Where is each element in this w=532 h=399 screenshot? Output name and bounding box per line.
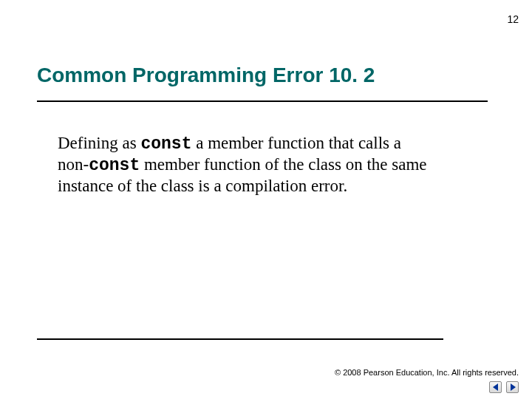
copyright-text: © 2008 Pearson Education, Inc. All right… [335,368,519,377]
const-keyword-1: const [140,134,191,154]
slide-heading: Common Programming Error 10. 2 [37,64,375,87]
triangle-left-icon [493,383,499,391]
bottom-rule [37,338,443,340]
const-keyword-2: const [89,156,140,175]
page-number: 12 [507,13,519,25]
nav-button-group [489,381,519,393]
prev-button[interactable] [489,381,502,393]
triangle-right-icon [510,383,516,391]
next-button[interactable] [506,381,519,393]
body-text-1: Defining as [58,134,140,152]
body-paragraph: Defining as const a member function that… [58,133,427,197]
svg-marker-0 [493,383,498,391]
heading-underline [37,100,488,102]
svg-marker-1 [511,383,516,391]
